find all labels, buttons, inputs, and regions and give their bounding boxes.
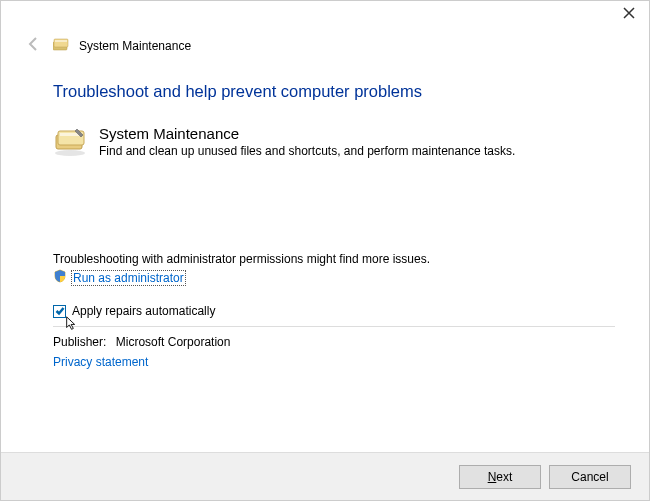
shield-icon: [53, 269, 67, 286]
admin-hint: Troubleshooting with administrator permi…: [53, 252, 615, 266]
next-button[interactable]: Next: [459, 465, 541, 489]
module-title: System Maintenance: [99, 125, 515, 142]
svg-point-3: [55, 150, 85, 156]
window-title: System Maintenance: [79, 39, 191, 53]
privacy-statement-link[interactable]: Privacy statement: [53, 355, 615, 369]
module-description: Find and clean up unused files and short…: [99, 144, 515, 158]
publisher-row: Publisher: Microsoft Corporation: [53, 335, 615, 349]
next-button-rest: ext: [496, 470, 512, 484]
header-icon: [53, 36, 69, 55]
admin-link-row: Run as administrator: [53, 269, 615, 286]
cancel-button[interactable]: Cancel: [549, 465, 631, 489]
module-icon: [53, 127, 87, 160]
back-arrow-icon: [25, 35, 43, 56]
svg-rect-2: [55, 40, 67, 42]
close-icon[interactable]: [623, 7, 635, 22]
module-row: System Maintenance Find and clean up unu…: [53, 127, 615, 160]
divider: [53, 326, 615, 327]
run-as-admin-link[interactable]: Run as administrator: [71, 270, 186, 286]
checkbox-label: Apply repairs automatically: [72, 304, 215, 318]
header-row: System Maintenance: [1, 33, 649, 64]
footer: Next Cancel: [1, 452, 649, 500]
content-area: Troubleshoot and help prevent computer p…: [1, 64, 649, 369]
publisher-label: Publisher:: [53, 335, 106, 349]
page-heading: Troubleshoot and help prevent computer p…: [53, 82, 615, 101]
titlebar: [1, 1, 649, 33]
publisher-value: Microsoft Corporation: [116, 335, 231, 349]
apply-repairs-checkbox-row[interactable]: Apply repairs automatically: [53, 304, 615, 318]
